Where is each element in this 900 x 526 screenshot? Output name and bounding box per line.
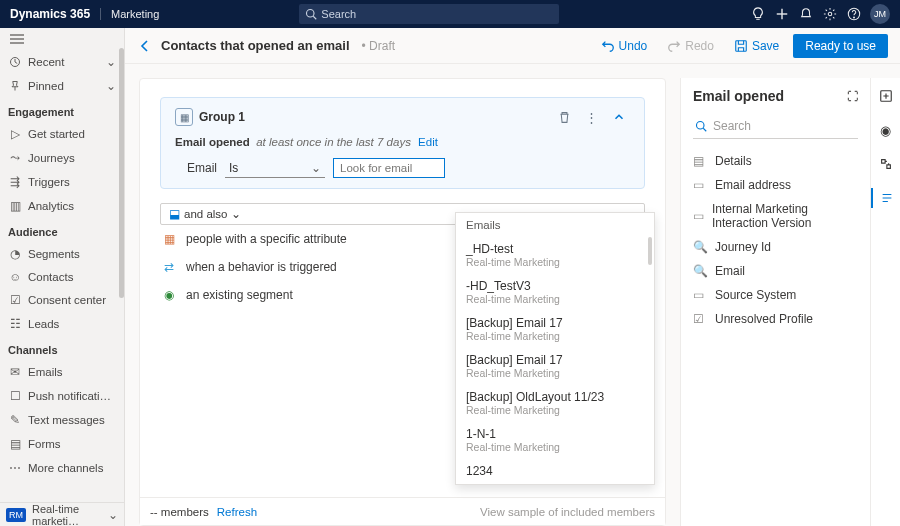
check-icon: ☑: [693, 312, 707, 326]
tool-flow[interactable]: [876, 154, 896, 174]
help-icon[interactable]: [842, 7, 866, 21]
area-switcher[interactable]: RM Real-time marketi… ⌄: [0, 502, 124, 526]
nav-text[interactable]: ✎Text messages: [0, 408, 124, 432]
dropdown-item[interactable]: [Backup] OldLayout 11/23Real-time Market…: [456, 385, 654, 422]
journey-icon: ⤳: [8, 151, 22, 165]
number-icon: ▭: [693, 209, 704, 223]
nav-forms[interactable]: ▤Forms: [0, 432, 124, 456]
section-audience: Audience: [0, 218, 124, 242]
section-engagement: Engagement: [0, 98, 124, 122]
attr-unresolved-profile[interactable]: ☑Unresolved Profile: [693, 307, 858, 331]
ready-to-use-button[interactable]: Ready to use: [793, 34, 888, 58]
expand-icon[interactable]: ⛶: [847, 90, 858, 102]
text-icon: ▭: [693, 288, 707, 302]
nav-triggers[interactable]: ⇶Triggers: [0, 170, 124, 194]
view-sample-link[interactable]: View sample of included members: [480, 506, 655, 518]
right-toolbar: ◉: [870, 78, 900, 526]
left-nav: Recent⌄ Pinned⌄ Engagement ▷Get started …: [0, 28, 125, 526]
bell-icon[interactable]: [794, 7, 818, 21]
nav-journeys[interactable]: ⤳Journeys: [0, 146, 124, 170]
attribute-panel: Email opened⛶ Search ▤Details ▭Email add…: [680, 78, 900, 526]
filter-row: Email Is ⌄ Look for email: [187, 158, 630, 178]
nav-contacts[interactable]: ☺Contacts: [0, 266, 124, 288]
app-name: Dynamics 365: [10, 7, 90, 21]
attr-email[interactable]: 🔍Email: [693, 259, 858, 283]
global-search[interactable]: Search: [299, 4, 559, 24]
main-area: Contacts that opened an email • Draft Un…: [125, 28, 900, 526]
svg-point-0: [307, 10, 315, 18]
nav-leads[interactable]: ☷Leads: [0, 312, 124, 336]
collapse-icon[interactable]: [608, 110, 630, 124]
more-icon: ⋯: [8, 461, 22, 475]
chevron-down-icon: ⌄: [311, 161, 321, 175]
dropdown-header: Emails: [456, 213, 654, 237]
dropdown-item[interactable]: [Backup] Email 17Real-time Marketing: [456, 348, 654, 385]
delete-icon[interactable]: [554, 111, 575, 124]
behavior-icon: ⇄: [164, 260, 178, 274]
push-icon: ☐: [8, 389, 22, 403]
svg-rect-12: [736, 40, 747, 51]
filter-label: Email: [187, 161, 217, 175]
attribute-search[interactable]: Search: [693, 116, 858, 139]
page-title: Contacts that opened an email: [161, 38, 350, 53]
nav-get-started[interactable]: ▷Get started: [0, 122, 124, 146]
chevron-down-icon: ⌄: [231, 207, 241, 221]
operator-select[interactable]: Is ⌄: [225, 159, 325, 178]
area-badge: RM: [6, 508, 26, 522]
mail-icon: ✉: [8, 365, 22, 379]
nav-recent[interactable]: Recent⌄: [0, 50, 124, 74]
more-icon[interactable]: ⋮: [581, 110, 602, 125]
hamburger-icon[interactable]: [0, 28, 124, 50]
nav-pinned[interactable]: Pinned⌄: [0, 74, 124, 98]
attr-interaction-version[interactable]: ▭Internal Marketing Interaction Version: [693, 197, 858, 235]
lookup-icon: 🔍: [693, 264, 707, 278]
attr-email-address[interactable]: ▭Email address: [693, 173, 858, 197]
dropdown-item[interactable]: _HD-testReal-time Marketing: [456, 237, 654, 274]
dropdown-item[interactable]: -HD_TestV3Real-time Marketing: [456, 274, 654, 311]
save-button[interactable]: Save: [728, 36, 785, 56]
dropdown-item[interactable]: 1-N-1Real-time Marketing: [456, 422, 654, 459]
group-icon: ▦: [175, 108, 193, 126]
attr-details[interactable]: ▤Details: [693, 149, 858, 173]
email-lookup-input[interactable]: Look for email: [333, 158, 445, 178]
dropdown-item[interactable]: [Backup] Email 17Real-time Marketing: [456, 311, 654, 348]
plus-icon[interactable]: [770, 7, 794, 21]
refresh-link[interactable]: Refresh: [217, 506, 257, 518]
top-bar: Dynamics 365 Marketing Search JM: [0, 0, 900, 28]
nav-push[interactable]: ☐Push notifications: [0, 384, 124, 408]
gear-icon[interactable]: [818, 7, 842, 21]
leads-icon: ☷: [8, 317, 22, 331]
dropdown-scrollbar[interactable]: [648, 237, 652, 265]
attr-source-system[interactable]: ▭Source System: [693, 283, 858, 307]
search-icon: [695, 120, 707, 132]
status-badge: • Draft: [362, 39, 396, 53]
redo-button[interactable]: Redo: [661, 36, 720, 56]
tool-add[interactable]: [876, 86, 896, 106]
module-name[interactable]: Marketing: [100, 8, 159, 20]
global-search-placeholder: Search: [321, 8, 356, 20]
contact-icon: ☺: [8, 271, 22, 283]
dropdown-item[interactable]: 1234: [456, 459, 654, 484]
trigger-icon: ⇶: [8, 175, 22, 189]
chevron-down-icon: ⌄: [106, 55, 116, 69]
sms-icon: ✎: [8, 413, 22, 427]
details-icon: ▤: [693, 154, 707, 168]
nav-analytics[interactable]: ▥Analytics: [0, 194, 124, 218]
back-button[interactable]: [137, 38, 153, 54]
lightbulb-icon[interactable]: [746, 7, 770, 21]
nav-scrollbar[interactable]: [118, 28, 124, 502]
nav-more-channels[interactable]: ⋯More channels: [0, 456, 124, 480]
tool-elements[interactable]: ◉: [876, 120, 896, 140]
undo-button[interactable]: Undo: [595, 36, 654, 56]
pin-icon: [8, 80, 22, 92]
nav-emails[interactable]: ✉Emails: [0, 360, 124, 384]
nav-consent[interactable]: ☑Consent center: [0, 288, 124, 312]
tool-attributes[interactable]: [871, 188, 900, 208]
nav-segments[interactable]: ◔Segments: [0, 242, 124, 266]
avatar[interactable]: JM: [870, 4, 890, 24]
segment-icon: ◔: [8, 247, 22, 261]
form-icon: ▤: [8, 437, 22, 451]
svg-point-13: [697, 122, 705, 130]
attr-journey-id[interactable]: 🔍Journey Id: [693, 235, 858, 259]
edit-link[interactable]: Edit: [418, 136, 438, 148]
